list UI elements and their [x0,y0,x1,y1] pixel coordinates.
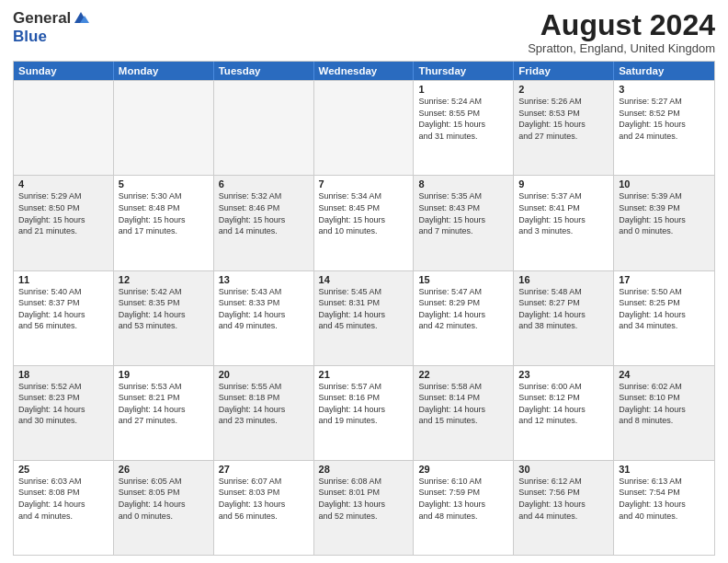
day-info: Sunrise: 5:50 AM Sunset: 8:25 PM Dayligh… [619,286,710,332]
header-day-friday: Friday [514,62,614,80]
calendar-row-2: 4Sunrise: 5:29 AM Sunset: 8:50 PM Daylig… [14,175,714,270]
day-number: 15 [418,274,508,285]
day-info: Sunrise: 5:52 AM Sunset: 8:23 PM Dayligh… [18,381,108,427]
day-info: Sunrise: 5:55 AM Sunset: 8:18 PM Dayligh… [219,381,309,427]
header-day-sunday: Sunday [14,62,114,80]
calendar-cell: 29Sunrise: 6:10 AM Sunset: 7:59 PM Dayli… [414,461,514,555]
calendar-cell: 6Sunrise: 5:32 AM Sunset: 8:46 PM Daylig… [214,176,314,270]
day-number: 16 [518,274,609,285]
day-number: 30 [518,464,609,475]
day-info: Sunrise: 5:42 AM Sunset: 8:35 PM Dayligh… [119,286,209,332]
calendar-row-4: 18Sunrise: 5:52 AM Sunset: 8:23 PM Dayli… [14,365,714,460]
day-number: 2 [518,84,609,95]
calendar-cell: 2Sunrise: 5:26 AM Sunset: 8:53 PM Daylig… [514,81,614,175]
header-day-saturday: Saturday [614,62,714,80]
calendar-cell [14,81,114,175]
day-info: Sunrise: 5:30 AM Sunset: 8:48 PM Dayligh… [119,190,209,236]
day-info: Sunrise: 5:58 AM Sunset: 8:14 PM Dayligh… [418,381,508,427]
day-number: 1 [418,84,508,95]
day-number: 11 [18,274,108,285]
day-number: 20 [219,369,309,380]
day-info: Sunrise: 5:40 AM Sunset: 8:37 PM Dayligh… [18,286,108,332]
day-info: Sunrise: 5:48 AM Sunset: 8:27 PM Dayligh… [518,286,609,332]
day-info: Sunrise: 5:24 AM Sunset: 8:55 PM Dayligh… [418,96,508,142]
day-info: Sunrise: 5:29 AM Sunset: 8:50 PM Dayligh… [18,190,108,236]
calendar-row-5: 25Sunrise: 6:03 AM Sunset: 8:08 PM Dayli… [14,460,714,555]
day-number: 27 [219,464,309,475]
day-number: 18 [18,369,108,380]
title-block: August 2024 Spratton, England, United Ki… [528,9,715,55]
calendar-cell: 27Sunrise: 6:07 AM Sunset: 8:03 PM Dayli… [214,461,314,555]
day-number: 28 [319,464,409,475]
calendar-cell: 5Sunrise: 5:30 AM Sunset: 8:48 PM Daylig… [114,176,214,270]
day-number: 17 [619,274,710,285]
calendar-header: SundayMondayTuesdayWednesdayThursdayFrid… [14,62,714,80]
calendar-cell: 30Sunrise: 6:12 AM Sunset: 7:56 PM Dayli… [514,461,614,555]
calendar-body: 1Sunrise: 5:24 AM Sunset: 8:55 PM Daylig… [14,80,714,555]
logo-blue-text: Blue [13,28,47,45]
calendar-cell: 1Sunrise: 5:24 AM Sunset: 8:55 PM Daylig… [414,81,514,175]
header-day-thursday: Thursday [414,62,514,80]
day-info: Sunrise: 5:53 AM Sunset: 8:21 PM Dayligh… [119,381,209,427]
calendar-cell [314,81,415,175]
calendar-cell: 19Sunrise: 5:53 AM Sunset: 8:21 PM Dayli… [114,366,214,460]
calendar-cell: 8Sunrise: 5:35 AM Sunset: 8:43 PM Daylig… [414,176,514,270]
day-info: Sunrise: 5:34 AM Sunset: 8:45 PM Dayligh… [319,190,409,236]
calendar-cell: 3Sunrise: 5:27 AM Sunset: 8:52 PM Daylig… [614,81,714,175]
day-number: 23 [518,369,609,380]
day-number: 4 [18,178,108,190]
calendar-cell: 23Sunrise: 6:00 AM Sunset: 8:12 PM Dayli… [514,366,614,460]
day-info: Sunrise: 5:27 AM Sunset: 8:52 PM Dayligh… [619,96,710,142]
page: General Blue August 2024 Spratton, Engla… [0,0,728,563]
calendar-cell: 4Sunrise: 5:29 AM Sunset: 8:50 PM Daylig… [14,176,114,270]
day-info: Sunrise: 5:35 AM Sunset: 8:43 PM Dayligh… [418,190,508,236]
calendar: SundayMondayTuesdayWednesdayThursdayFrid… [13,61,715,556]
day-number: 12 [119,274,209,285]
day-info: Sunrise: 6:12 AM Sunset: 7:56 PM Dayligh… [518,476,609,522]
calendar-cell [214,81,314,175]
calendar-cell [114,81,214,175]
logo-general-text: General [13,9,71,28]
location: Spratton, England, United Kingdom [528,41,715,55]
day-info: Sunrise: 6:07 AM Sunset: 8:03 PM Dayligh… [219,476,309,522]
day-number: 22 [418,369,508,380]
calendar-cell: 20Sunrise: 5:55 AM Sunset: 8:18 PM Dayli… [214,366,314,460]
day-number: 24 [619,369,710,380]
day-info: Sunrise: 5:47 AM Sunset: 8:29 PM Dayligh… [418,286,508,332]
day-info: Sunrise: 5:43 AM Sunset: 8:33 PM Dayligh… [219,286,309,332]
header-day-wednesday: Wednesday [314,62,415,80]
day-number: 21 [319,369,409,380]
month-year: August 2024 [528,9,715,41]
day-info: Sunrise: 6:10 AM Sunset: 7:59 PM Dayligh… [418,476,508,522]
day-info: Sunrise: 6:00 AM Sunset: 8:12 PM Dayligh… [518,381,609,427]
day-number: 14 [319,274,409,285]
day-info: Sunrise: 6:02 AM Sunset: 8:10 PM Dayligh… [619,381,710,427]
calendar-cell: 28Sunrise: 6:08 AM Sunset: 8:01 PM Dayli… [314,461,415,555]
day-number: 5 [119,178,209,190]
calendar-cell: 13Sunrise: 5:43 AM Sunset: 8:33 PM Dayli… [214,271,314,365]
calendar-cell: 9Sunrise: 5:37 AM Sunset: 8:41 PM Daylig… [514,176,614,270]
calendar-cell: 12Sunrise: 5:42 AM Sunset: 8:35 PM Dayli… [114,271,214,365]
day-info: Sunrise: 5:57 AM Sunset: 8:16 PM Dayligh… [319,381,409,427]
calendar-cell: 7Sunrise: 5:34 AM Sunset: 8:45 PM Daylig… [314,176,415,270]
calendar-cell: 24Sunrise: 6:02 AM Sunset: 8:10 PM Dayli… [614,366,714,460]
day-number: 10 [619,178,710,190]
header: General Blue August 2024 Spratton, Engla… [13,9,715,55]
calendar-cell: 25Sunrise: 6:03 AM Sunset: 8:08 PM Dayli… [14,461,114,555]
day-number: 26 [119,464,209,475]
day-number: 31 [619,464,710,475]
calendar-cell: 18Sunrise: 5:52 AM Sunset: 8:23 PM Dayli… [14,366,114,460]
day-number: 13 [219,274,309,285]
calendar-row-1: 1Sunrise: 5:24 AM Sunset: 8:55 PM Daylig… [14,80,714,175]
day-info: Sunrise: 6:05 AM Sunset: 8:05 PM Dayligh… [119,476,209,522]
calendar-cell: 14Sunrise: 5:45 AM Sunset: 8:31 PM Dayli… [314,271,415,365]
day-info: Sunrise: 5:26 AM Sunset: 8:53 PM Dayligh… [518,96,609,142]
day-info: Sunrise: 5:39 AM Sunset: 8:39 PM Dayligh… [619,190,710,236]
calendar-cell: 26Sunrise: 6:05 AM Sunset: 8:05 PM Dayli… [114,461,214,555]
day-number: 7 [319,178,409,190]
header-day-monday: Monday [114,62,214,80]
calendar-cell: 16Sunrise: 5:48 AM Sunset: 8:27 PM Dayli… [514,271,614,365]
day-number: 9 [518,178,609,190]
day-info: Sunrise: 5:32 AM Sunset: 8:46 PM Dayligh… [219,190,309,236]
calendar-cell: 21Sunrise: 5:57 AM Sunset: 8:16 PM Dayli… [314,366,415,460]
